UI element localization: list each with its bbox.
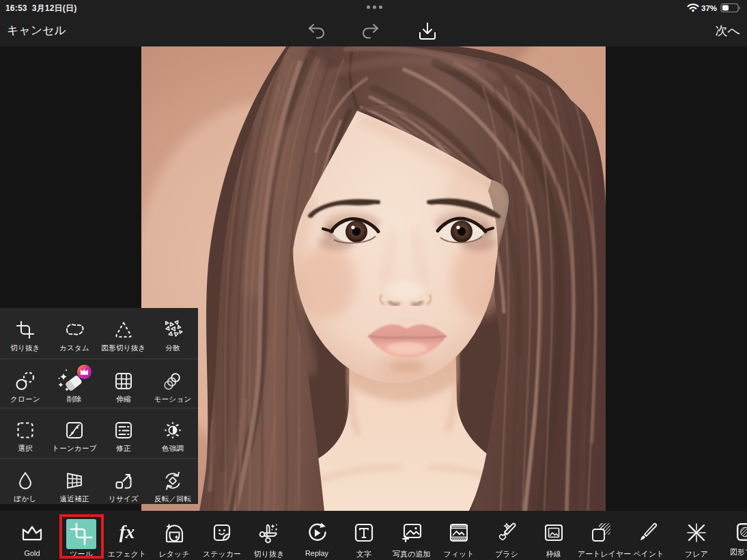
svg-text:fx: fx [119,522,135,542]
svg-text:37%: 37% [701,4,717,12]
